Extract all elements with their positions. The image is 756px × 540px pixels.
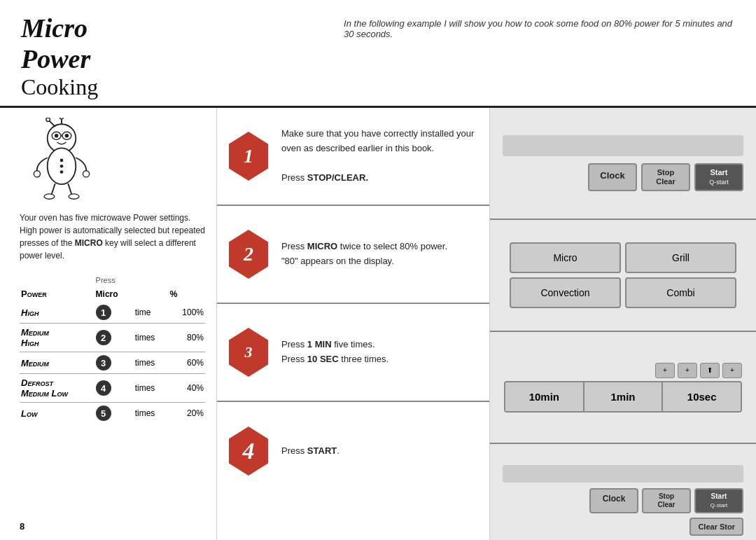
timer-small-1[interactable]: +	[655, 363, 675, 378]
circle-1: 1	[96, 305, 111, 320]
step-1-badge: 1	[224, 132, 273, 181]
medium-high-times-label: times	[132, 324, 169, 352]
panel-1: Clock StopClear StartQ-start	[490, 108, 756, 220]
left-column: Your oven has five microwave Power setti…	[0, 108, 217, 540]
medium-percent: 60%	[169, 352, 205, 374]
step-1-hex: 1	[224, 132, 273, 181]
svg-point-9	[46, 118, 50, 122]
page-title-regular: Cooking	[21, 74, 148, 100]
timer-top-row: + + ⬆ +	[504, 363, 742, 378]
step-4-row: 4 Press START.	[217, 402, 489, 500]
svg-point-14	[34, 171, 40, 177]
clock-button-1[interactable]: Clock	[588, 163, 637, 191]
panel-1-display	[503, 135, 743, 156]
clock-button-4[interactable]: Clock	[589, 488, 638, 513]
power-defrost: DefrostMedium Low	[21, 378, 68, 399]
svg-point-16	[44, 194, 55, 199]
stop-clear-bold: STOP/CLEAR.	[307, 172, 368, 183]
step-3-text: Press 1 MIN five times. Press 10 SEC thr…	[281, 338, 479, 367]
panel-4-display	[503, 465, 743, 483]
step-3-row: 3 Press 1 MIN five times. Press 10 SEC t…	[217, 304, 489, 402]
svg-point-11	[60, 159, 64, 162]
micro-button[interactable]: Micro	[510, 242, 621, 273]
power-medium-high: MediumHigh	[21, 327, 49, 349]
10sec-bold: 10 SEC	[307, 354, 339, 364]
grill-button[interactable]: Grill	[625, 242, 736, 273]
micro-bold: MICRO	[307, 241, 337, 251]
high-percent: 100%	[169, 302, 205, 324]
step-4-text: Press START.	[281, 444, 479, 459]
start-button-1[interactable]: StartQ-start	[694, 163, 743, 191]
1min-bold: 1 MIN	[307, 339, 332, 349]
svg-point-17	[69, 194, 79, 199]
micro-key-bold: MICRO	[75, 238, 103, 248]
timer-small-2[interactable]: +	[678, 363, 697, 378]
panel-2: Micro Grill Convection Combi	[490, 220, 756, 332]
circle-5: 5	[96, 406, 111, 421]
10min-button[interactable]: 10min	[505, 382, 584, 411]
step-2-badge: 2	[224, 230, 273, 279]
timer-small-3[interactable]: ⬆	[700, 363, 720, 378]
step-3-hex: 3	[224, 328, 273, 377]
timer-small-4[interactable]: +	[722, 363, 742, 378]
step-4-badge: 4	[224, 427, 273, 476]
power-table: Press Power Micro % High 1 time 100%	[20, 273, 205, 424]
defrost-times-label: times	[132, 375, 169, 403]
timer-section: + + ⬆ + 10min 1min 10sec	[497, 363, 749, 413]
circle-3: 3	[96, 355, 111, 371]
circle-4: 4	[96, 380, 111, 396]
start-button-4[interactable]: StartQ-start	[694, 488, 743, 513]
low-percent: 20%	[169, 403, 205, 424]
defrost-percent: 40%	[169, 375, 205, 403]
function-buttons: Micro Grill Convection Combi	[497, 242, 749, 308]
power-label-power: Power	[21, 289, 47, 299]
stop-clear-button-1[interactable]: StopClear	[641, 163, 690, 191]
percent-column-header: %	[170, 289, 178, 299]
svg-point-1	[55, 134, 59, 138]
power-high: High	[21, 307, 38, 318]
right-column: Clock StopClear StartQ-start Micro Grill…	[490, 108, 756, 540]
mascot-image	[20, 118, 104, 202]
timer-main-row: 10min 1min 10sec	[504, 381, 742, 413]
page-number: 8	[20, 521, 24, 532]
svg-point-2	[65, 134, 69, 138]
power-low: Low	[21, 408, 37, 419]
step-1-row: 1 Make sure that you have correctly inst…	[217, 108, 489, 206]
svg-point-7	[59, 118, 64, 119]
header-description: In the following example I will show you…	[344, 18, 735, 39]
panel-4: Clock StopClear StartQ-start Clear Stor	[490, 444, 756, 540]
step-2-text: Press MICRO twice to select 80% power. "…	[281, 240, 479, 269]
medium-times-label: times	[132, 352, 169, 374]
1min-button[interactable]: 1min	[584, 382, 664, 411]
step-1-text: Make sure that you have correctly instal…	[281, 127, 479, 185]
page-title-italic: Micro Power	[21, 13, 148, 74]
step-2-hex: 2	[224, 230, 273, 279]
svg-point-15	[83, 171, 89, 177]
step-4-hex: 4	[224, 427, 273, 476]
start-bold: START	[307, 445, 337, 456]
panel-3: + + ⬆ + 10min 1min 10sec	[490, 332, 756, 444]
clear-stor-button[interactable]: Clear Stor	[690, 518, 743, 536]
step-2-row: 2 Press MICRO twice to select 80% power.…	[217, 206, 489, 304]
10sec-button[interactable]: 10sec	[663, 382, 741, 411]
micro-column-header: Micro	[96, 289, 118, 299]
stop-clear-button-4[interactable]: StopClear	[642, 488, 691, 513]
step-3-badge: 3	[224, 328, 273, 377]
circle-2: 2	[96, 330, 111, 345]
power-medium: Medium	[21, 358, 49, 368]
main-content: Your oven has five microwave Power setti…	[0, 108, 756, 540]
high-times-label: time	[132, 302, 169, 324]
combi-button[interactable]: Combi	[625, 277, 736, 308]
left-description: Your oven has five microwave Power setti…	[20, 212, 205, 262]
page-header: Micro Power Cooking In the following exa…	[0, 0, 756, 108]
convection-button[interactable]: Convection	[510, 277, 621, 308]
svg-point-13	[60, 170, 64, 174]
steps-column: 1 Make sure that you have correctly inst…	[217, 108, 490, 540]
medium-high-percent: 80%	[169, 324, 205, 352]
svg-point-12	[60, 165, 64, 168]
low-times-label: times	[132, 403, 169, 424]
